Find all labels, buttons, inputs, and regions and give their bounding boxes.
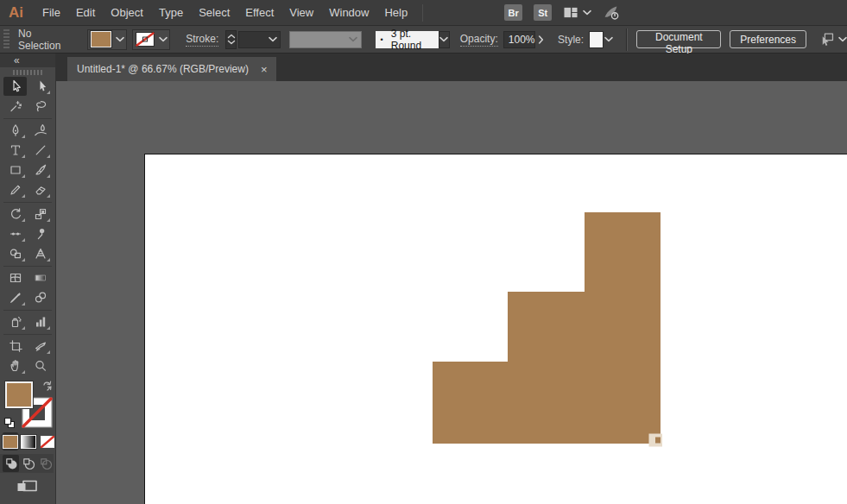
stroke-weight-stepper[interactable] bbox=[225, 30, 237, 49]
magic-wand-tool[interactable] bbox=[3, 97, 27, 116]
document-tab[interactable]: Untitled-1* @ 66.67% (RGB/Preview) × bbox=[67, 57, 276, 81]
shape-builder-icon bbox=[9, 247, 22, 261]
column-graph-tool[interactable] bbox=[28, 312, 52, 331]
workspace-switcher[interactable] bbox=[563, 6, 591, 19]
menu-effect[interactable]: Effect bbox=[237, 6, 281, 19]
column-graph-icon bbox=[34, 315, 47, 329]
fill-color-control[interactable] bbox=[87, 29, 127, 50]
draw-inside-button bbox=[37, 455, 54, 472]
touch-workspace-icon bbox=[819, 32, 834, 47]
tool-group-divider bbox=[3, 310, 52, 311]
rectangle-tool[interactable] bbox=[3, 161, 27, 180]
color-button[interactable] bbox=[3, 432, 18, 450]
menu-window[interactable]: Window bbox=[321, 6, 376, 19]
bridge-button[interactable]: Br bbox=[504, 4, 522, 21]
brush-definition-value[interactable]: •3 pt. Round bbox=[376, 31, 439, 48]
rotate-tool[interactable] bbox=[3, 205, 27, 224]
tools-panel-grip[interactable] bbox=[0, 67, 55, 77]
corner-notch-dot[interactable] bbox=[655, 438, 661, 444]
swap-fill-stroke-icon[interactable] bbox=[41, 379, 54, 391]
stock-button[interactable]: St bbox=[534, 4, 552, 21]
blend-tool[interactable] bbox=[28, 288, 52, 307]
menu-type[interactable]: Type bbox=[151, 6, 191, 19]
eraser-tool[interactable] bbox=[28, 180, 52, 199]
touch-workspace-control[interactable] bbox=[819, 32, 847, 47]
menu-view[interactable]: View bbox=[281, 6, 321, 19]
lasso-tool[interactable] bbox=[28, 97, 52, 116]
variable-width-profile-dropdown bbox=[289, 31, 362, 48]
chevron-down-icon[interactable] bbox=[604, 31, 614, 48]
shaper-tool[interactable] bbox=[3, 180, 27, 199]
menu-select[interactable]: Select bbox=[191, 6, 237, 19]
style-swatch[interactable] bbox=[589, 31, 604, 48]
menu-quick-buttons: Br St bbox=[504, 4, 619, 21]
slice-icon bbox=[34, 339, 47, 353]
menu-file[interactable]: File bbox=[35, 6, 68, 19]
mesh-tool[interactable] bbox=[3, 268, 27, 287]
stroke-weight-dropdown[interactable] bbox=[238, 31, 281, 48]
tool-group-divider bbox=[3, 118, 52, 119]
pen-tool[interactable] bbox=[3, 121, 27, 140]
canvas-pasteboard[interactable] bbox=[56, 81, 847, 504]
puppet-warp-tool[interactable] bbox=[28, 224, 52, 243]
paintbrush-icon bbox=[34, 163, 47, 177]
brush-definition-control[interactable]: •3 pt. Round bbox=[376, 31, 450, 48]
type-icon bbox=[9, 143, 22, 157]
eyedropper-tool[interactable] bbox=[3, 288, 27, 307]
gradient-tool[interactable] bbox=[28, 268, 52, 287]
width-tool[interactable] bbox=[3, 224, 27, 243]
stroke-color-control[interactable] bbox=[132, 29, 170, 50]
artwork-layer[interactable] bbox=[56, 81, 847, 504]
scale-tool[interactable] bbox=[28, 205, 52, 224]
gpu-performance-icon[interactable] bbox=[603, 5, 619, 20]
menu-object[interactable]: Object bbox=[103, 6, 151, 19]
draw-normal-button[interactable] bbox=[3, 455, 19, 472]
selection-tool[interactable] bbox=[3, 77, 27, 96]
symbol-sprayer-tool[interactable] bbox=[3, 312, 27, 331]
hand-tool[interactable] bbox=[3, 356, 27, 375]
curvature-tool[interactable] bbox=[28, 121, 52, 140]
blend-icon bbox=[34, 291, 47, 305]
toolbar-fill-swatch[interactable] bbox=[5, 381, 33, 408]
staircase-shape[interactable] bbox=[433, 212, 661, 444]
style-label: Style: bbox=[558, 34, 584, 46]
default-colors-icon[interactable] bbox=[3, 417, 15, 428]
shape-builder-tool[interactable] bbox=[3, 244, 27, 263]
line-segment-tool[interactable] bbox=[28, 141, 52, 160]
rotate-icon bbox=[9, 207, 22, 221]
stroke-none-swatch[interactable] bbox=[136, 32, 155, 47]
stroke-label[interactable]: Stroke: bbox=[186, 33, 218, 47]
magic-wand-icon bbox=[9, 99, 22, 113]
opacity-flyout-icon[interactable] bbox=[535, 31, 546, 48]
none-button[interactable] bbox=[40, 432, 55, 450]
panel-grip[interactable] bbox=[3, 29, 9, 50]
document-setup-button[interactable]: Document Setup bbox=[636, 30, 721, 48]
screen-mode-button[interactable] bbox=[0, 480, 55, 492]
artboard-tool[interactable] bbox=[3, 337, 27, 356]
gradient-button[interactable] bbox=[21, 432, 36, 450]
illustrator-window: Ai FileEditObjectTypeSelectEffectViewWin… bbox=[0, 0, 847, 504]
opacity-field[interactable]: 100% bbox=[503, 31, 536, 48]
rectangle-icon bbox=[9, 163, 22, 177]
menu-help[interactable]: Help bbox=[376, 6, 415, 19]
chevron-down-icon[interactable] bbox=[114, 31, 126, 48]
slice-tool[interactable] bbox=[28, 337, 52, 356]
direct-selection-tool[interactable] bbox=[28, 77, 52, 96]
collapse-panel-icon[interactable]: « bbox=[14, 54, 19, 66]
perspective-grid-tool[interactable] bbox=[28, 244, 52, 263]
chevron-down-icon[interactable] bbox=[439, 31, 450, 48]
chevron-down-icon[interactable] bbox=[157, 31, 169, 48]
close-tab-icon[interactable]: × bbox=[261, 63, 268, 76]
menu-edit[interactable]: Edit bbox=[68, 6, 103, 19]
preferences-button[interactable]: Preferences bbox=[730, 30, 806, 48]
menu-items: FileEditObjectTypeSelectEffectViewWindow… bbox=[35, 6, 415, 19]
zoom-tool[interactable] bbox=[28, 356, 52, 375]
line-segment-icon bbox=[34, 143, 47, 157]
color-mode-buttons bbox=[0, 432, 55, 450]
tool-group-divider bbox=[3, 202, 52, 203]
opacity-label[interactable]: Opacity: bbox=[460, 33, 498, 47]
type-tool[interactable] bbox=[3, 141, 27, 160]
draw-behind-button[interactable] bbox=[20, 455, 36, 472]
fill-swatch[interactable] bbox=[91, 31, 111, 47]
paintbrush-tool[interactable] bbox=[28, 161, 52, 180]
